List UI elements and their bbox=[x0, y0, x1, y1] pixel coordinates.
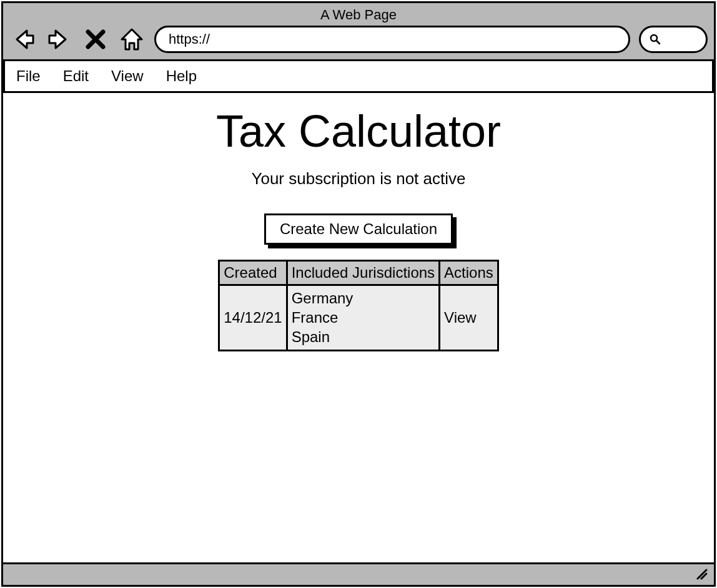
col-created: Created bbox=[219, 261, 287, 285]
resize-grip-icon[interactable] bbox=[695, 567, 708, 582]
search-icon bbox=[650, 34, 661, 45]
url-text: https:// bbox=[169, 31, 210, 47]
browser-title: A Web Page bbox=[9, 7, 708, 26]
status-bar bbox=[3, 562, 714, 585]
back-arrow-icon[interactable] bbox=[9, 26, 37, 53]
col-actions: Actions bbox=[440, 261, 498, 285]
menu-bar: File Edit View Help bbox=[3, 61, 714, 93]
home-icon[interactable] bbox=[118, 26, 146, 53]
create-calculation-button[interactable]: Create New Calculation bbox=[264, 213, 453, 245]
calculations-table: Created Included Jurisdictions Actions 1… bbox=[218, 260, 499, 351]
search-button[interactable] bbox=[639, 26, 708, 53]
subscription-status: Your subscription is not active bbox=[251, 169, 465, 189]
cell-jurisdictions: Germany France Spain bbox=[287, 285, 439, 351]
page-title: Tax Calculator bbox=[216, 105, 501, 157]
cell-action-view[interactable]: View bbox=[440, 285, 498, 351]
menu-help[interactable]: Help bbox=[166, 67, 197, 85]
main-content: Tax Calculator Your subscription is not … bbox=[3, 93, 714, 562]
close-icon[interactable] bbox=[82, 26, 109, 53]
jurisdiction-item: Germany bbox=[292, 288, 435, 308]
table-header-row: Created Included Jurisdictions Actions bbox=[219, 261, 498, 285]
jurisdiction-item: France bbox=[292, 308, 435, 327]
browser-chrome: A Web Page https:// bbox=[3, 3, 714, 61]
menu-edit[interactable]: Edit bbox=[63, 67, 89, 85]
col-jurisdictions: Included Jurisdictions bbox=[287, 261, 439, 285]
cell-created: 14/12/21 bbox=[219, 285, 287, 351]
forward-arrow-icon[interactable] bbox=[46, 26, 73, 53]
url-input[interactable]: https:// bbox=[154, 26, 630, 53]
svg-line-1 bbox=[656, 41, 660, 44]
menu-file[interactable]: File bbox=[16, 67, 41, 85]
jurisdiction-item: Spain bbox=[292, 327, 435, 346]
menu-view[interactable]: View bbox=[111, 67, 144, 85]
table-row: 14/12/21 Germany France Spain View bbox=[219, 285, 498, 351]
